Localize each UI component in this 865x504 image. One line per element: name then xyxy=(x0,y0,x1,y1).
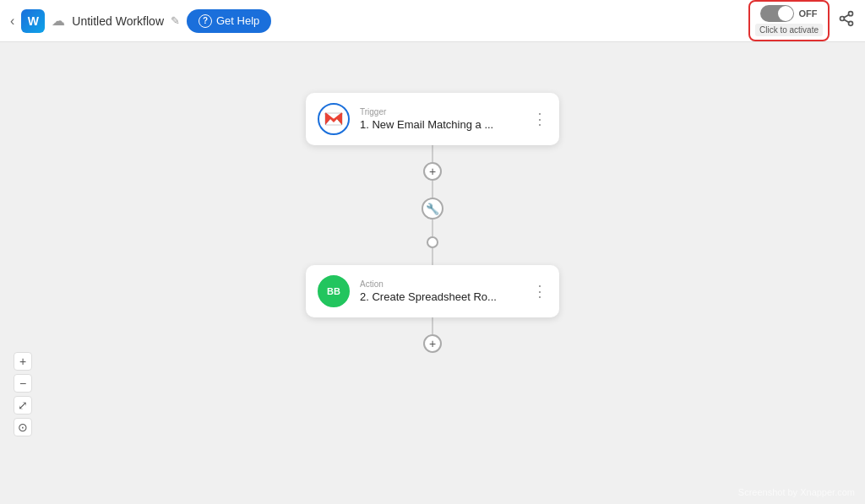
help-circle-icon: ? xyxy=(199,14,212,28)
action-card[interactable]: BB Action 2. Create Spreadsheet Ro... ⋮ xyxy=(306,265,559,317)
zoom-out-button[interactable]: − xyxy=(14,374,32,393)
connector-bottom: + xyxy=(423,317,442,353)
svg-line-4 xyxy=(844,14,849,17)
get-help-button[interactable]: ? Get Help xyxy=(187,9,271,33)
trigger-card-title: 1. New Email Matching a ... xyxy=(360,118,522,131)
action-card-content: Action 2. Create Spreadsheet Ro... xyxy=(360,279,522,303)
workflow-title: Untitled Workflow xyxy=(72,14,164,28)
action-card-menu[interactable]: ⋮ xyxy=(532,284,547,299)
action-icon-label: BB xyxy=(327,286,340,296)
trigger-card[interactable]: Trigger 1. New Email Matching a ... ⋮ xyxy=(306,93,559,145)
connector-line-5 xyxy=(432,317,433,334)
activate-toggle-wrapper: OFF Click to activate xyxy=(748,0,830,41)
activate-toggle[interactable] xyxy=(760,5,794,22)
zoom-in-button[interactable]: + xyxy=(14,352,32,371)
svg-line-3 xyxy=(844,19,849,22)
share-icon[interactable] xyxy=(838,10,855,31)
add-step-button-bottom[interactable]: + xyxy=(423,334,442,353)
get-help-label: Get Help xyxy=(216,14,259,27)
workflow-canvas: Trigger 1. New Email Matching a ... ⋮ + … xyxy=(0,42,865,504)
trigger-card-type: Trigger xyxy=(360,107,522,117)
toggle-state-label: OFF xyxy=(798,8,817,19)
zoom-controls: + − ⤢ ⊙ xyxy=(14,352,32,436)
trigger-card-content: Trigger 1. New Email Matching a ... xyxy=(360,107,522,131)
connector-line-1 xyxy=(432,145,433,162)
connector-line-2 xyxy=(432,181,433,198)
action-card-type: Action xyxy=(360,279,522,289)
toggle-knob xyxy=(778,6,793,21)
connector-line-3 xyxy=(432,219,433,236)
action-card-title: 2. Create Spreadsheet Ro... xyxy=(360,290,522,303)
edit-icon[interactable]: ✎ xyxy=(171,14,180,27)
connector-line-4 xyxy=(432,248,433,265)
watermark: Screenshot by Xnapper.com xyxy=(738,487,855,497)
topbar: ‹ W ☁ Untitled Workflow ✎ ? Get Help OFF… xyxy=(0,0,865,42)
trigger-card-menu[interactable]: ⋮ xyxy=(532,111,547,127)
topbar-right: OFF Click to activate xyxy=(748,0,855,41)
logo: W xyxy=(21,9,45,33)
add-step-button-top[interactable]: + xyxy=(423,162,442,181)
zoom-center-button[interactable]: ⊙ xyxy=(14,418,32,436)
action-card-icon: BB xyxy=(318,275,350,307)
trigger-card-icon xyxy=(318,103,350,135)
topbar-left: ‹ W ☁ Untitled Workflow ✎ ? Get Help xyxy=(10,9,748,33)
cloud-icon: ☁ xyxy=(52,13,65,29)
connector-tool-icon[interactable]: 🔧 xyxy=(422,198,443,219)
back-button[interactable]: ‹ xyxy=(10,14,14,29)
connector-dot xyxy=(427,236,438,248)
toggle-container: OFF xyxy=(760,5,817,22)
click-to-activate-label: Click to activate xyxy=(755,24,823,36)
connector-top: + 🔧 xyxy=(422,145,443,265)
zoom-fit-button[interactable]: ⤢ xyxy=(14,396,32,415)
